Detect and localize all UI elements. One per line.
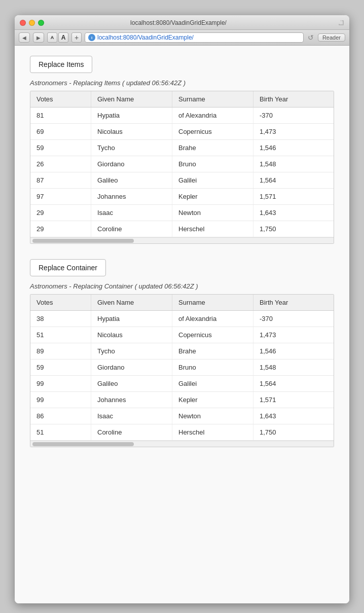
cell: Herschel [172, 221, 253, 237]
cell: Hypatia [91, 107, 172, 123]
cell: Bruno [172, 156, 253, 172]
grid-2: Votes Given Name Surname Birth Year 38 H… [30, 294, 334, 447]
grid-2-header: Votes Given Name Surname Birth Year [30, 295, 334, 311]
cell: Herschel [172, 424, 253, 440]
table-row: 51 Coroline Herschel 1,750 [30, 424, 334, 441]
address-bar[interactable]: i localhost:8080/VaadinGridExample/ [85, 32, 304, 43]
table-row: 87 Galileo Galilei 1,564 [30, 172, 334, 189]
cell: 1,750 [253, 424, 314, 440]
cell: Kepler [172, 189, 253, 204]
back-button[interactable]: ◀ [19, 32, 30, 43]
table-row: 89 Tycho Brahe 1,546 [30, 343, 334, 359]
col-given-name-2: Given Name [91, 295, 172, 310]
security-icon: i [88, 34, 95, 41]
refresh-button[interactable]: ↺ [307, 33, 315, 42]
cell: 87 [30, 172, 91, 188]
cell: Coroline [91, 221, 172, 237]
cell: 1,564 [253, 172, 314, 188]
cell: Galileo [91, 172, 172, 188]
table-row: 99 Galileo Galilei 1,564 [30, 376, 334, 392]
cell: Copernicus [172, 124, 253, 139]
col-birth-year-1: Birth Year [253, 91, 314, 107]
cell: 38 [30, 311, 91, 327]
cell: 1,643 [253, 408, 314, 424]
table-row: 29 Coroline Herschel 1,750 [30, 221, 334, 237]
cell: 51 [30, 424, 91, 440]
cell: Nicolaus [91, 124, 172, 139]
cell: Galileo [91, 376, 172, 391]
cell: Tycho [91, 140, 172, 156]
cell: Tycho [91, 343, 172, 359]
table-row: 81 Hypatia of Alexandria -370 [30, 107, 334, 124]
page-content: Replace Items Astronomers - Replacing It… [15, 46, 349, 603]
cell: Newton [172, 205, 253, 221]
scrollbar-2[interactable] [30, 441, 334, 447]
cell: 1,546 [253, 343, 314, 359]
col-surname-2: Surname [172, 295, 253, 310]
cell: 59 [30, 140, 91, 156]
new-tab-button[interactable]: + [71, 32, 82, 43]
cell: Brahe [172, 343, 253, 359]
section-2-title: Astronomers - Replacing Container ( upda… [30, 282, 334, 290]
cell: 86 [30, 408, 91, 424]
cell: -370 [253, 311, 314, 327]
cell: of Alexandria [172, 311, 253, 327]
col-given-name-1: Given Name [91, 91, 172, 107]
cell: 1,643 [253, 205, 314, 221]
table-row: 51 Nicolaus Copernicus 1,473 [30, 327, 334, 343]
col-votes-1: Votes [30, 91, 91, 107]
nav-bar: ◀ ▶ A A + i localhost:8080/VaadinGridExa… [15, 30, 349, 46]
col-votes-2: Votes [30, 295, 91, 310]
resize-icon [338, 20, 344, 26]
table-row: 69 Nicolaus Copernicus 1,473 [30, 124, 334, 140]
cell: 1,571 [253, 189, 314, 204]
scrollbar-thumb-2[interactable] [32, 442, 134, 446]
table-row: 26 Giordano Bruno 1,548 [30, 156, 334, 172]
title-bar: localhost:8080/VaadinGridExample/ [15, 15, 349, 30]
font-large-button[interactable]: A [58, 32, 68, 43]
cell: 29 [30, 221, 91, 237]
table-row: 59 Giordano Bruno 1,548 [30, 359, 334, 376]
replace-container-button[interactable]: Replace Container [30, 259, 106, 276]
scrollbar-thumb-1[interactable] [32, 239, 134, 243]
cell: 1,548 [253, 359, 314, 375]
replace-items-button[interactable]: Replace Items [30, 56, 92, 73]
cell: 59 [30, 359, 91, 375]
cell: Brahe [172, 140, 253, 156]
cell: 1,564 [253, 376, 314, 391]
reader-button[interactable]: Reader [318, 33, 345, 42]
table-row: 99 Johannes Kepler 1,571 [30, 392, 334, 408]
cell: 26 [30, 156, 91, 172]
cell: 1,473 [253, 327, 314, 343]
cell: Galilei [172, 376, 253, 391]
cell: Galilei [172, 172, 253, 188]
cell: Newton [172, 408, 253, 424]
section-1-title: Astronomers - Replacing Items ( updated … [30, 79, 334, 87]
cell: 99 [30, 392, 91, 408]
cell: Johannes [91, 392, 172, 408]
table-row: 97 Johannes Kepler 1,571 [30, 189, 334, 205]
table-row: 86 Isaac Newton 1,643 [30, 408, 334, 424]
cell: 89 [30, 343, 91, 359]
cell: Hypatia [91, 311, 172, 327]
cell: Isaac [91, 408, 172, 424]
grid-1: Votes Given Name Surname Birth Year 81 H… [30, 91, 334, 244]
font-small-button[interactable]: A [47, 32, 57, 43]
cell: 1,571 [253, 392, 314, 408]
browser-window: localhost:8080/VaadinGridExample/ ◀ ▶ A … [15, 15, 349, 603]
cell: Giordano [91, 156, 172, 172]
cell: 97 [30, 189, 91, 204]
col-birth-year-2: Birth Year [253, 295, 314, 310]
col-surname-1: Surname [172, 91, 253, 107]
cell: Bruno [172, 359, 253, 375]
cell: 1,750 [253, 221, 314, 237]
cell: 1,546 [253, 140, 314, 156]
cell: 51 [30, 327, 91, 343]
cell: Kepler [172, 392, 253, 408]
forward-button[interactable]: ▶ [33, 32, 44, 43]
address-text: localhost:8080/VaadinGridExample/ [97, 34, 194, 41]
scrollbar-1[interactable] [30, 237, 334, 243]
cell: of Alexandria [172, 107, 253, 123]
font-buttons: A A [47, 32, 68, 43]
cell: 1,473 [253, 124, 314, 139]
